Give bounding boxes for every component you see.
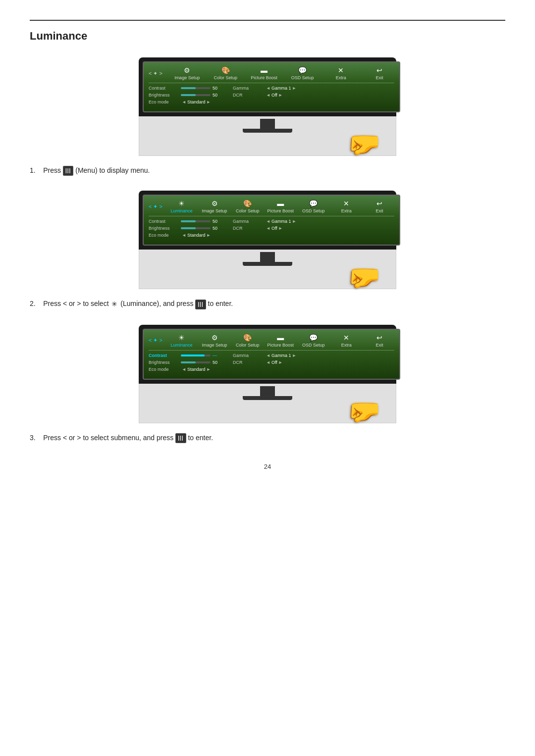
step-2-middle: (Luminance), and press <box>120 300 193 307</box>
osd-tab-luminance-2: ☀ Luminance <box>167 200 197 213</box>
osd-menu-2: < ✦ > ☀ Luminance ⚙ Image Setup 🎨 Color … <box>143 195 400 246</box>
osd-gamma-row-2: Gamma ◄ Gamma 1 ► <box>233 219 394 224</box>
top-divider <box>30 20 505 21</box>
monitor-wrap-1: < ✦ > ⚙ Image Setup 🎨 Color Setup ▬ Pict… <box>139 57 396 156</box>
osd-tab-icon-2b: 🎨 <box>243 200 252 207</box>
step-3-before: Press < or > to select submenu, and pres… <box>43 434 173 442</box>
osd-menu-1: < ✦ > ⚙ Image Setup 🎨 Color Setup ▬ Pict… <box>143 61 400 112</box>
osd-tab-color-setup-1: 🎨 Color Setup <box>211 66 240 80</box>
menu-button-3: ||| <box>175 433 186 443</box>
monitor-neck-3 <box>260 386 275 396</box>
osd-tab-exit-1: ↩ Exit <box>365 66 394 80</box>
osd-tab-icon-1e: ✕ <box>338 66 344 74</box>
osd-right-3: Gamma ◄ Gamma 1 ► DCR ◄ Off ► <box>233 353 394 374</box>
osd-tab-image-setup-3: ⚙ Image Setup <box>200 334 229 348</box>
osd-brightness-row-1: Brightness 50 <box>149 93 228 98</box>
osd-tab-icon-1a: ⚙ <box>184 66 190 74</box>
osd-tab-icon-3e: ✕ <box>343 334 349 342</box>
osd-left-3: Contrast — Brightness 50 Eco mode <box>149 353 228 374</box>
monitor-wrap-3: < ✦ > ☀ Luminance ⚙ Image Setup 🎨 Color … <box>139 325 396 423</box>
osd-tab-exit-2: ↩ Exit <box>365 200 394 213</box>
osd-tab-extra-1: ✕ Extra <box>326 66 356 80</box>
step-2-number: 2. <box>30 300 41 307</box>
osd-tab-picture-boost-1: ▬ Picture Boost <box>249 66 279 80</box>
osd-dcr-row-3: DCR ◄ Off ► <box>233 360 394 365</box>
hand-icon-1: 🤜 <box>347 128 381 160</box>
osd-dcr-row-2: DCR ◄ Off ► <box>233 226 394 231</box>
osd-left-1: Contrast 50 Brightness 50 Eco mode <box>149 86 228 106</box>
monitor-bezel-1: < ✦ > ⚙ Image Setup 🎨 Color Setup ▬ Pict… <box>139 57 396 116</box>
step-block-3: < ✦ > ☀ Luminance ⚙ Image Setup 🎨 Color … <box>30 325 505 443</box>
osd-rows-1: Contrast 50 Brightness 50 Eco mode <box>149 86 394 106</box>
menu-button-2: ||| <box>195 300 206 309</box>
step-2-after: to enter. <box>208 300 233 307</box>
osd-rows-2: Contrast 50 Brightness 50 Eco mode <box>149 219 394 240</box>
luminance-icon: ✳ <box>111 299 117 309</box>
osd-ecomode-row-1: Eco mode ◄ Standard ► <box>149 100 228 104</box>
monitor-neck-2 <box>260 252 275 262</box>
menu-button-1: ||| <box>63 166 73 176</box>
step-3-number: 3. <box>30 434 41 442</box>
osd-tab-exit-3: ↩ Exit <box>365 334 394 348</box>
osd-nav-1: < ✦ > <box>149 70 163 77</box>
monitor-neck-1 <box>260 119 275 129</box>
osd-dcr-row-1: DCR ◄ Off ► <box>233 93 394 98</box>
osd-nav-3: < ✦ > <box>149 337 163 344</box>
osd-tab-icon-2c: ▬ <box>277 200 284 207</box>
osd-left-2: Contrast 50 Brightness 50 Eco mode <box>149 219 228 240</box>
osd-menu-3: < ✦ > ☀ Luminance ⚙ Image Setup 🎨 Color … <box>143 329 400 380</box>
contrast-slider-3 <box>181 354 211 356</box>
monitor-base-2 <box>243 262 292 266</box>
osd-tab-osd-setup-3: 💬 OSD Setup <box>299 334 328 348</box>
brightness-slider-3 <box>181 361 211 363</box>
brightness-slider-2 <box>181 227 211 229</box>
osd-tab-color-setup-2: 🎨 Color Setup <box>233 200 263 213</box>
osd-tab-picture-boost-3: ▬ Picture Boost <box>266 334 295 348</box>
brightness-slider-1 <box>181 94 211 96</box>
step-2-text: 2. Press < or > to select ✳ (Luminance),… <box>30 298 505 309</box>
osd-ecomode-row-2: Eco mode ◄ Standard ► <box>149 233 228 238</box>
osd-tab-luminance-3: ☀ Luminance <box>167 334 197 348</box>
osd-tab-picture-boost-2: ▬ Picture Boost <box>266 200 295 213</box>
osd-tab-osd-setup-2: 💬 OSD Setup <box>299 200 328 213</box>
osd-tab-icon-3a: ⚙ <box>212 334 218 342</box>
osd-ecomode-row-3: Eco mode ◄ Standard ► <box>149 367 228 372</box>
step-3-after: to enter. <box>188 434 213 442</box>
contrast-slider-2 <box>181 220 211 222</box>
step-1-after: (Menu) to display menu. <box>75 166 150 174</box>
osd-tab-icon-3d: 💬 <box>309 334 318 342</box>
osd-tab-icon-1c: ▬ <box>261 66 268 74</box>
osd-tab-icon-2d: 💬 <box>309 200 318 207</box>
osd-contrast-row-3: Contrast — <box>149 353 228 358</box>
step-1-before: Press <box>43 166 61 174</box>
osd-contrast-row-2: Contrast 50 <box>149 219 228 224</box>
osd-tab-icon-3c: ▬ <box>277 334 284 342</box>
osd-tab-image-setup-1: ⚙ Image Setup <box>172 66 202 80</box>
osd-contrast-row-1: Contrast 50 <box>149 86 228 91</box>
monitor-display-2: < ✦ > ☀ Luminance ⚙ Image Setup 🎨 Color … <box>30 191 505 289</box>
osd-tab-icon-1f: ↩ <box>376 66 382 74</box>
contrast-slider-1 <box>181 87 211 89</box>
monitor-base-3 <box>243 396 292 400</box>
osd-tab-extra-3: ✕ Extra <box>331 334 361 348</box>
osd-tab-osd-setup-1: 💬 OSD Setup <box>288 66 318 80</box>
osd-top-bar-2: < ✦ > ☀ Luminance ⚙ Image Setup 🎨 Color … <box>149 200 394 216</box>
osd-tab-icon-3b: 🎨 <box>243 334 252 342</box>
osd-tab-icon-lum3: ☀ <box>178 334 185 342</box>
monitor-base-1 <box>243 129 292 133</box>
osd-right-2: Gamma ◄ Gamma 1 ► DCR ◄ Off ► <box>233 219 394 240</box>
monitor-display-3: < ✦ > ☀ Luminance ⚙ Image Setup 🎨 Color … <box>30 325 505 423</box>
step-1-number: 1. <box>30 166 41 174</box>
monitor-bezel-2: < ✦ > ☀ Luminance ⚙ Image Setup 🎨 Color … <box>139 191 396 250</box>
osd-top-bar-1: < ✦ > ⚙ Image Setup 🎨 Color Setup ▬ Pict… <box>149 66 394 83</box>
osd-tab-icon-2f: ↩ <box>376 200 382 207</box>
monitor-bezel-3: < ✦ > ☀ Luminance ⚙ Image Setup 🎨 Color … <box>139 325 396 384</box>
osd-tab-image-setup-2: ⚙ Image Setup <box>200 200 229 213</box>
monitor-wrap-2: < ✦ > ☀ Luminance ⚙ Image Setup 🎨 Color … <box>139 191 396 289</box>
osd-nav-2: < ✦ > <box>149 203 163 210</box>
osd-gamma-row-1: Gamma ◄ Gamma 1 ► <box>233 86 394 91</box>
step-1-text: 1. Press ||| (Menu) to display menu. <box>30 165 505 176</box>
osd-top-bar-3: < ✦ > ☀ Luminance ⚙ Image Setup 🎨 Color … <box>149 334 394 351</box>
osd-tab-extra-2: ✕ Extra <box>331 200 361 213</box>
step-3-text: 3. Press < or > to select submenu, and p… <box>30 432 505 443</box>
